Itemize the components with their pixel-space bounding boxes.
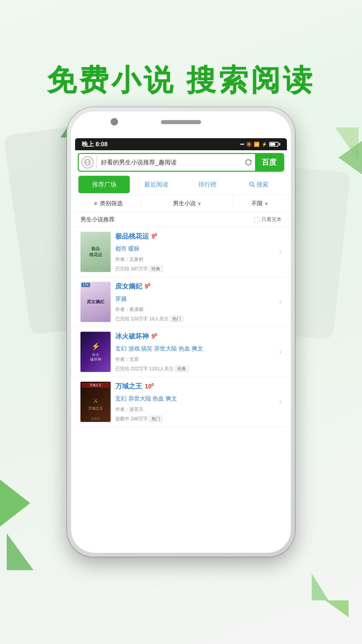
book-stats-4: 连载中 246万字热门 bbox=[115, 416, 273, 422]
nav-tabs: 推荐广场 最近阅读 排行榜 搜索 bbox=[75, 174, 287, 195]
app-title: 免费小说 搜索阅读 bbox=[0, 60, 362, 100]
search-icon bbox=[249, 181, 255, 187]
book-item[interactable]: 万城之王 ⚔ 万域之王 逆苍天 万域之王 100 玄幻 异世大陆 热血 bbox=[75, 377, 287, 427]
book-title-1: 极品桃花运 bbox=[115, 232, 149, 241]
book-info-3: 冰火破坏神 98 玄幻 游戏 搞笑 异世大陆 热血 爽文 作者：无罪 已完结 2… bbox=[115, 332, 273, 372]
filter-category-icon: ≡ bbox=[94, 201, 97, 207]
tab-recommend[interactable]: 推荐广场 bbox=[78, 176, 130, 193]
section-title: 男生小说推荐 bbox=[80, 216, 115, 223]
book-info-2: 庶女嫡妃 99 穿越 作者：夜凌都 已完结 123万字 10人关注热门 bbox=[115, 282, 273, 322]
book-info-1: 极品桃花运 96 都市 暖昧 作者：五家村 已完结 167万字经典 bbox=[115, 232, 273, 272]
book-title-3: 冰火破坏神 bbox=[115, 332, 149, 341]
book-rating-2: 99 bbox=[145, 282, 150, 290]
silent-icon: 🔕 bbox=[246, 142, 252, 147]
book-genre-1: 都市 暖昧 bbox=[115, 245, 273, 253]
book-arrow-4: › bbox=[278, 382, 282, 422]
battery-icon bbox=[269, 142, 280, 147]
filter-category-button[interactable]: ≡ 类别筛选 bbox=[75, 195, 142, 212]
book-author-1: 作者：五家村 bbox=[115, 257, 273, 263]
filter-category-label: 类别筛选 bbox=[100, 200, 123, 207]
book-arrow-1: › bbox=[278, 232, 282, 272]
book-author-4: 作者：逆苍天 bbox=[115, 407, 273, 413]
book-author-3: 作者：无罪 bbox=[115, 357, 273, 363]
status-icons: ••• 🔕 📶 ⚡ bbox=[240, 142, 280, 147]
book-list: 极品桃花运 极品桃花运 96 都市 暖昧 作者：五家村 bbox=[75, 227, 287, 549]
deco-triangle-left-bottom2 bbox=[7, 533, 34, 570]
book-arrow-3: › bbox=[278, 332, 282, 372]
status-time: 晚上 8:08 bbox=[82, 140, 108, 148]
book-title-4: 万域之王 bbox=[115, 382, 142, 391]
complete-filter[interactable]: 只看完本 bbox=[254, 216, 282, 223]
book-genre-4: 玄幻 异世大陆 热血 爽文 bbox=[115, 395, 273, 402]
filter-limit-button[interactable]: 不限 ∨ bbox=[233, 195, 287, 212]
section-header: 男生小说推荐 只看完本 bbox=[75, 212, 287, 227]
tab-ranking[interactable]: 排行榜 bbox=[182, 176, 233, 193]
search-bar[interactable]: 好看的男生小说推荐_趣阅读 百度 bbox=[78, 153, 284, 172]
book-stats-3: 已完结 222万字 1151人关注经典 bbox=[115, 366, 273, 372]
book-cover-2: 17K 庶女嫡妃 bbox=[80, 282, 111, 322]
book-item[interactable]: 17K 庶女嫡妃 庶女嫡妃 99 穿越 作者：夜凌都 bbox=[75, 277, 287, 327]
deco-triangle-right-bottom2 bbox=[312, 574, 328, 600]
phone-camera bbox=[111, 118, 118, 125]
phone-mockup: 晚上 8:08 ••• 🔕 📶 ⚡ bbox=[67, 107, 295, 557]
filter-limit-label: 不限 bbox=[251, 200, 263, 207]
book-stats-2: 已完结 123万字 10人关注热门 bbox=[115, 316, 273, 322]
search-query[interactable]: 好看的男生小说推荐_趣阅读 bbox=[97, 156, 242, 169]
status-bar: 晚上 8:08 ••• 🔕 📶 ⚡ bbox=[75, 138, 287, 150]
phone-speaker bbox=[161, 120, 201, 124]
chevron-down-icon-2: ∨ bbox=[265, 201, 268, 206]
deco-triangle-right-bottom bbox=[325, 600, 349, 617]
book-rating-4: 100 bbox=[145, 382, 154, 390]
book-item[interactable]: 极品桃花运 极品桃花运 96 都市 暖昧 作者：五家村 bbox=[75, 227, 287, 277]
globe-icon bbox=[81, 156, 94, 168]
wifi-icon: 📶 bbox=[254, 142, 259, 147]
book-genre-2: 穿越 bbox=[115, 295, 273, 303]
deco-triangle-left-bottom bbox=[0, 480, 30, 527]
book-arrow-2: › bbox=[278, 282, 282, 322]
book-genre-3: 玄幻 游戏 搞笑 异世大陆 热血 爽文 bbox=[115, 345, 273, 353]
charge-icon: ⚡ bbox=[261, 142, 267, 147]
signal-icon: ••• bbox=[240, 142, 244, 147]
refresh-icon[interactable] bbox=[242, 156, 255, 169]
book-stats-1: 已完结 167万字经典 bbox=[115, 266, 273, 272]
book-cover-1: 极品桃花运 bbox=[80, 232, 111, 272]
phone-screen: 晚上 8:08 ••• 🔕 📶 ⚡ bbox=[75, 138, 287, 549]
book-rating-3: 98 bbox=[152, 332, 157, 340]
chevron-down-icon: ∨ bbox=[198, 201, 201, 206]
book-info-4: 万域之王 100 玄幻 异世大陆 热血 爽文 作者：逆苍天 连载中 246万字热… bbox=[115, 382, 273, 422]
complete-checkbox[interactable] bbox=[254, 217, 259, 222]
book-cover-4: 万城之王 ⚔ 万域之王 逆苍天 bbox=[80, 382, 111, 422]
tab-search[interactable]: 搜索 bbox=[233, 176, 284, 193]
complete-label: 只看完本 bbox=[261, 216, 282, 223]
tab-recent[interactable]: 最近阅读 bbox=[130, 176, 182, 193]
baidu-button[interactable]: 百度 bbox=[255, 154, 283, 171]
book-item[interactable]: ⚡ 冰火破坏神 冰火破坏神 98 玄幻 游戏 搞笑 异世大陆 热血 爽文 作者：… bbox=[75, 327, 287, 377]
filter-type-label: 男生小说 bbox=[173, 200, 196, 207]
book-title-2: 庶女嫡妃 bbox=[115, 282, 142, 291]
filter-type-button[interactable]: 男生小说 ∨ bbox=[142, 195, 233, 212]
book-author-2: 作者：夜凌都 bbox=[115, 307, 273, 313]
book-rating-1: 96 bbox=[152, 232, 157, 240]
svg-line-4 bbox=[253, 185, 254, 187]
deco-triangle-right2 bbox=[335, 127, 359, 161]
filter-bar: ≡ 类别筛选 男生小说 ∨ 不限 ∨ bbox=[75, 195, 287, 212]
cover-badge-2: 17K bbox=[81, 283, 90, 287]
book-cover-3: ⚡ 冰火破坏神 bbox=[80, 332, 111, 372]
